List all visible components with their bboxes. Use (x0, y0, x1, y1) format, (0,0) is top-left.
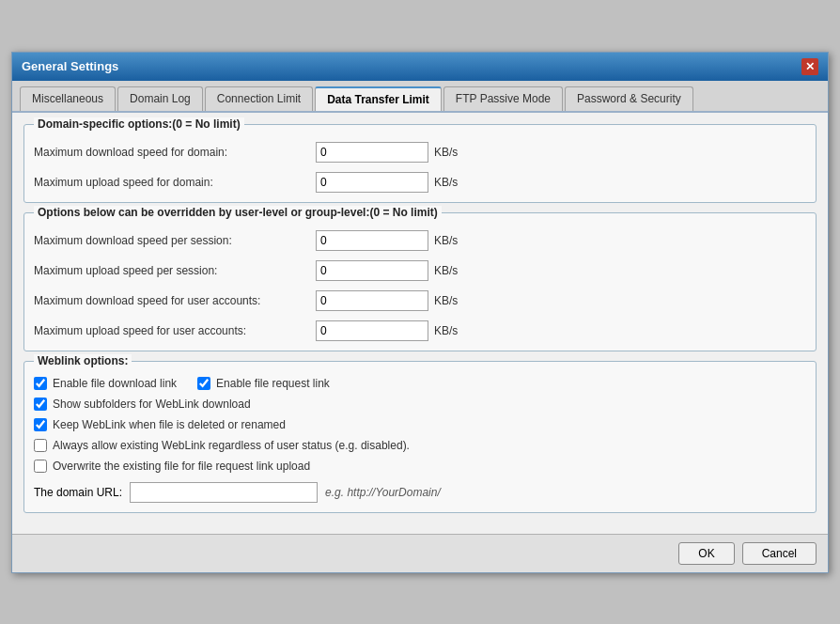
tab-ftp-passive-mode[interactable]: FTP Passive Mode (443, 86, 563, 111)
enable-download-link-label[interactable]: Enable file download link (53, 377, 177, 390)
cancel-button[interactable]: Cancel (742, 542, 817, 565)
keep-weblink-checkbox[interactable] (34, 418, 47, 431)
domain-specific-section: Domain-specific options:(0 = No limit) M… (23, 124, 817, 203)
max-upload-session-row: Maximum upload speed per session: KB/s (34, 260, 806, 281)
enable-links-row: Enable file download link Enable file re… (34, 377, 806, 390)
max-download-user-input[interactable] (316, 290, 428, 311)
domain-url-hint: e.g. http://YourDomain/ (325, 486, 441, 499)
max-download-session-label: Maximum download speed per session: (34, 234, 316, 247)
max-upload-user-unit: KB/s (434, 324, 458, 337)
max-download-domain-label: Maximum download speed for domain: (34, 146, 316, 159)
tab-domain-log[interactable]: Domain Log (117, 86, 203, 111)
user-group-title: Options below can be overridden by user-… (34, 206, 442, 219)
max-upload-session-input[interactable] (316, 260, 428, 281)
title-bar: General Settings ✕ (12, 53, 828, 81)
max-download-session-row: Maximum download speed per session: KB/s (34, 230, 806, 251)
close-button[interactable]: ✕ (801, 58, 818, 75)
overwrite-checkbox[interactable] (34, 460, 47, 473)
dialog-title: General Settings (22, 59, 118, 73)
enable-request-link-group: Enable file request link (197, 377, 330, 390)
overwrite-label[interactable]: Overwrite the existing file for file req… (53, 460, 310, 473)
weblink-title: Weblink options: (34, 354, 132, 367)
always-allow-row: Always allow existing WebLink regardless… (34, 439, 806, 452)
enable-download-link-checkbox[interactable] (34, 377, 47, 390)
general-settings-dialog: General Settings ✕ Miscellaneous Domain … (11, 52, 829, 573)
enable-request-link-label[interactable]: Enable file request link (216, 377, 330, 390)
max-upload-user-label: Maximum upload speed for user accounts: (34, 324, 316, 337)
ok-button[interactable]: OK (678, 542, 734, 565)
user-group-section: Options below can be overridden by user-… (23, 212, 817, 351)
tab-data-transfer-limit[interactable]: Data Transfer Limit (315, 86, 442, 111)
show-subfolders-checkbox[interactable] (34, 398, 47, 411)
max-upload-user-row: Maximum upload speed for user accounts: … (34, 320, 806, 341)
enable-download-link-group: Enable file download link (34, 377, 177, 390)
max-download-user-row: Maximum download speed for user accounts… (34, 290, 806, 311)
max-download-user-label: Maximum download speed for user accounts… (34, 294, 316, 307)
max-upload-session-label: Maximum upload speed per session: (34, 264, 316, 277)
max-download-domain-row: Maximum download speed for domain: KB/s (34, 142, 806, 163)
always-allow-checkbox[interactable] (34, 439, 47, 452)
tab-bar: Miscellaneous Domain Log Connection Limi… (12, 81, 828, 113)
domain-url-row: The domain URL: e.g. http://YourDomain/ (34, 482, 806, 503)
keep-weblink-label[interactable]: Keep WebLink when file is deleted or ren… (53, 418, 286, 431)
enable-request-link-checkbox[interactable] (197, 377, 210, 390)
max-upload-domain-unit: KB/s (434, 176, 458, 189)
max-upload-domain-row: Maximum upload speed for domain: KB/s (34, 172, 806, 193)
always-allow-label[interactable]: Always allow existing WebLink regardless… (53, 439, 410, 452)
max-download-session-unit: KB/s (434, 234, 458, 247)
tab-password-security[interactable]: Password & Security (565, 86, 693, 111)
max-download-domain-unit: KB/s (434, 146, 458, 159)
max-upload-user-input[interactable] (316, 320, 428, 341)
max-download-session-input[interactable] (316, 230, 428, 251)
dialog-footer: OK Cancel (12, 534, 828, 572)
tab-connection-limit[interactable]: Connection Limit (205, 86, 313, 111)
domain-url-input[interactable] (130, 482, 318, 503)
max-upload-domain-input[interactable] (316, 172, 428, 193)
weblink-section: Weblink options: Enable file download li… (23, 361, 817, 513)
max-upload-domain-label: Maximum upload speed for domain: (34, 176, 316, 189)
max-download-domain-input[interactable] (316, 142, 428, 163)
domain-specific-title: Domain-specific options:(0 = No limit) (34, 117, 244, 131)
show-subfolders-row: Show subfolders for WebLink download (34, 398, 806, 411)
max-download-user-unit: KB/s (434, 294, 458, 307)
domain-url-label: The domain URL: (34, 486, 122, 499)
tab-content: Domain-specific options:(0 = No limit) M… (12, 113, 828, 534)
tab-miscellaneous[interactable]: Miscellaneous (20, 86, 116, 111)
max-upload-session-unit: KB/s (434, 264, 458, 277)
show-subfolders-label[interactable]: Show subfolders for WebLink download (53, 398, 251, 411)
overwrite-row: Overwrite the existing file for file req… (34, 460, 806, 473)
keep-weblink-row: Keep WebLink when file is deleted or ren… (34, 418, 806, 431)
